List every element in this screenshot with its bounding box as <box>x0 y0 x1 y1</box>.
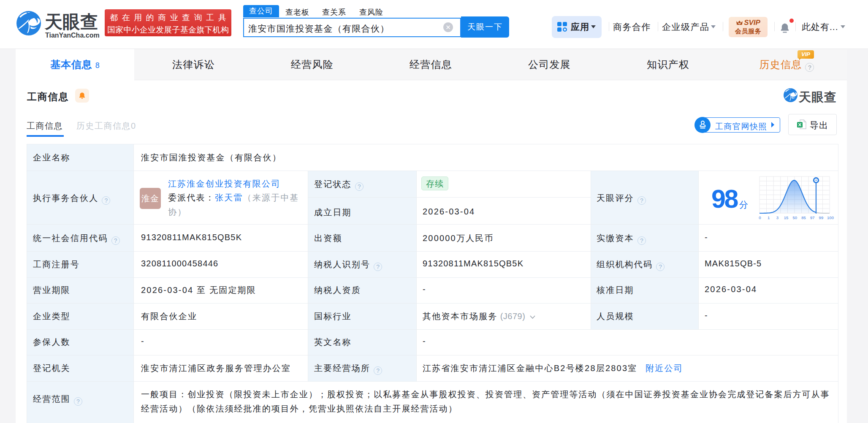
svg-text:97: 97 <box>810 215 815 220</box>
svg-text:1: 1 <box>768 215 770 220</box>
svg-text:85: 85 <box>801 215 806 220</box>
svg-text:15: 15 <box>784 215 789 220</box>
svg-text:3: 3 <box>776 215 778 220</box>
svg-text:50: 50 <box>793 215 797 220</box>
svg-text:0: 0 <box>759 215 761 220</box>
svg-text:100: 100 <box>827 215 834 220</box>
svg-text:99: 99 <box>819 215 824 220</box>
